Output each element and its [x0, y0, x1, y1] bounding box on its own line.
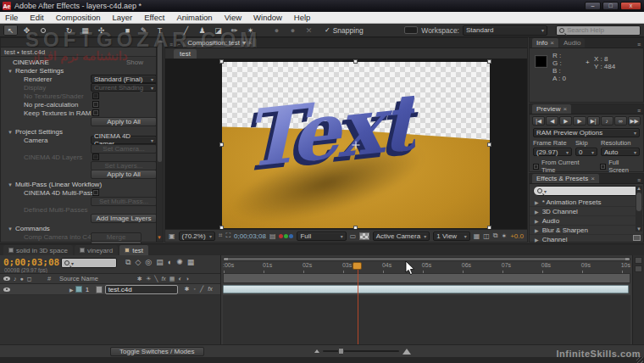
effects-category[interactable]: 3D Channel	[530, 207, 643, 216]
timeline-vertical-scrollbar[interactable]	[632, 255, 644, 344]
menu-item[interactable]: Composition	[56, 13, 101, 22]
transport-button[interactable]: ◀	[546, 116, 558, 126]
hand-tool-icon[interactable]: ✥	[19, 25, 34, 36]
composition-mini-flowchart-icon[interactable]: ⧉	[125, 258, 130, 267]
snapping-toggle[interactable]: ✓ Snapping	[325, 26, 364, 35]
audio-tab[interactable]: Audio	[559, 38, 585, 47]
brush-tool-icon[interactable]: ╱	[179, 25, 193, 36]
apply-to-all-button[interactable]: Apply to All	[91, 117, 157, 126]
transport-button[interactable]: ▶▶	[628, 116, 641, 126]
motion-blur-icon[interactable]: ◐	[168, 258, 172, 267]
time-ruler[interactable]: :00s01s02s03s04s05s06s07s08s09s10s	[223, 262, 630, 273]
selection-handle[interactable]	[219, 142, 224, 147]
camera-view-dropdown[interactable]: Active Camera▾	[373, 232, 430, 241]
panel-menu-icon[interactable]: ≡	[637, 108, 643, 114]
c4d-multipass-checkbox[interactable]	[92, 189, 99, 196]
timeline-tab[interactable]: test	[119, 245, 148, 255]
clone-stamp-tool-icon[interactable]: ♟	[195, 25, 209, 36]
maximize-button[interactable]: □	[602, 2, 619, 10]
zoom-tool-icon[interactable]	[36, 25, 50, 36]
eraser-tool-icon[interactable]: ◪	[211, 25, 225, 36]
timeline-tab[interactable]: solid in 3D space	[3, 245, 73, 255]
section-render-settings[interactable]: Render Settings	[8, 67, 64, 75]
section-commands[interactable]: Commands	[8, 225, 50, 232]
flowchart-icon[interactable]: ⧉	[493, 232, 498, 240]
layer-name[interactable]: test.c4d	[105, 285, 178, 294]
effects-scrollbar[interactable]: ▲ ▼	[636, 186, 642, 232]
close-button[interactable]: x	[620, 2, 641, 10]
puppet-pin-tool-icon[interactable]: ✶	[243, 25, 258, 36]
pen-tool-icon[interactable]: ✎	[136, 25, 151, 36]
selection-handle[interactable]	[487, 59, 491, 64]
comp-marker-button[interactable]	[635, 257, 642, 264]
zoom-slider-thumb[interactable]	[338, 348, 344, 355]
scroll-up-icon[interactable]: ▲	[636, 186, 642, 191]
region-of-interest-icon[interactable]: ▭	[350, 232, 357, 240]
roto-brush-tool-icon[interactable]: ✏	[227, 25, 242, 36]
panel-menu-icon[interactable]: ≡	[637, 42, 643, 47]
menu-item[interactable]: Edit	[30, 13, 43, 22]
scroll-down-arrow-icon[interactable]: ▼	[157, 235, 162, 240]
composition-tab[interactable]: Composition: test ▾ ×	[183, 38, 257, 47]
timeline-empty-area[interactable]	[0, 295, 220, 344]
close-tab-icon[interactable]: ×	[248, 39, 253, 47]
menu-item[interactable]: Animation	[176, 13, 212, 22]
selection-handle[interactable]	[219, 59, 224, 64]
transport-button[interactable]: ∞	[614, 116, 627, 126]
hide-shy-layers-icon[interactable]: ◎	[145, 258, 152, 267]
composition-image[interactable]: Text Text	[222, 62, 490, 228]
draft-3d-icon[interactable]: ◇	[135, 258, 141, 267]
timeline-search[interactable]: ▾	[61, 258, 117, 268]
help-search-input[interactable]	[567, 26, 635, 34]
work-area-bar[interactable]	[223, 273, 630, 283]
current-time-display[interactable]: 0;00;03;08	[234, 232, 266, 240]
effects-search[interactable]: ▾	[533, 186, 640, 196]
safe-zones-icon[interactable]: ⌗	[219, 232, 223, 240]
no-precalc-checkbox[interactable]	[92, 101, 99, 108]
effects-presets-tab[interactable]: Effects & Presets×	[532, 174, 599, 183]
apply-to-all-button-2[interactable]: Apply to All	[91, 170, 157, 179]
preview-tab[interactable]: Preview×	[532, 104, 571, 114]
close-tab-icon[interactable]: ×	[550, 39, 554, 47]
transport-button[interactable]: ♪	[601, 116, 613, 126]
timeline-jump-icon[interactable]: ◫	[483, 232, 490, 240]
brainstorm-icon[interactable]: ✺	[176, 258, 183, 267]
type-tool-icon[interactable]: T	[153, 25, 167, 36]
close-tab-icon[interactable]: ×	[563, 105, 567, 113]
new-panel-icon[interactable]	[633, 235, 641, 241]
transport-button[interactable]: ▶|	[587, 116, 600, 126]
rotate-tool-icon[interactable]: ↻	[62, 25, 76, 36]
full-screen-checkbox[interactable]: Full Screen	[600, 159, 640, 174]
layer-switches[interactable]: ✱◦╱fx	[185, 286, 213, 293]
transport-button[interactable]: ▶	[573, 116, 586, 126]
minimize-button[interactable]: –	[585, 2, 601, 10]
exposure-value[interactable]: +0.0	[510, 232, 524, 240]
effect-name[interactable]: CINEWARE	[13, 59, 49, 66]
grid-options-icon[interactable]: ▦	[474, 232, 480, 240]
timeline-navigator-bar[interactable]	[223, 257, 630, 261]
panel-menu-icon[interactable]: ≡	[637, 177, 643, 183]
section-project-settings[interactable]: Project Settings	[8, 128, 63, 136]
keep-textures-checkbox[interactable]	[92, 109, 99, 116]
resolution-dropdown[interactable]: Full▾	[297, 232, 346, 241]
effects-category[interactable]: Audio	[530, 216, 643, 226]
renderer-dropdown[interactable]: Standard (Final)▾	[91, 75, 157, 83]
timeline-zoom-slider[interactable]	[314, 349, 411, 355]
menu-item[interactable]: View	[225, 13, 242, 22]
mask-visibility-icon[interactable]: ⛶	[225, 232, 230, 240]
selection-handle[interactable]	[219, 226, 224, 229]
menu-item[interactable]: Layer	[113, 13, 133, 22]
zoom-out-mountain-icon[interactable]	[314, 349, 319, 353]
always-preview-icon[interactable]: ▣	[169, 232, 175, 240]
frame-blending-icon[interactable]: ▤	[156, 258, 164, 267]
menu-item[interactable]: Effect	[144, 13, 164, 22]
resolution-dropdown[interactable]: Auto▾	[601, 148, 640, 156]
effect-controls-tabbar[interactable]	[1, 38, 163, 47]
view-layout-dropdown[interactable]: 1 View▾	[433, 232, 469, 241]
selection-handle[interactable]	[487, 226, 491, 229]
selection-handle[interactable]	[487, 142, 491, 147]
section-multipass[interactable]: Multi-Pass (Linear Workflow)	[8, 181, 102, 188]
ram-preview-options-dropdown[interactable]: RAM Preview Options▾	[533, 128, 640, 137]
layer-visibility-toggle[interactable]	[3, 288, 10, 292]
menu-item[interactable]: File	[5, 13, 18, 22]
